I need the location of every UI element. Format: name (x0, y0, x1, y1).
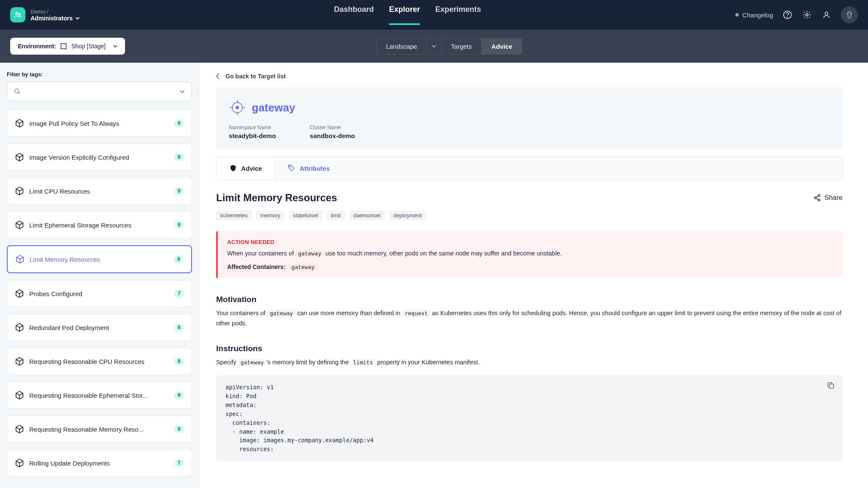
copy-icon (826, 381, 835, 390)
search-icon (14, 88, 21, 95)
sidebar-advice-item[interactable]: Limit CPU Resources9 (7, 177, 192, 205)
tab-advice-label: Advice (241, 165, 262, 172)
sidebar-advice-item[interactable]: Image Version Explicitly Configured9 (7, 144, 192, 171)
instructions-text: Specify gateway's memory limit by defini… (216, 358, 843, 368)
user-icon[interactable] (821, 10, 832, 20)
tag: limit (327, 211, 345, 220)
motivation-text: Your containers of gateway can use more … (216, 308, 843, 329)
svg-point-4 (806, 14, 808, 16)
page-title: gateway (252, 101, 295, 114)
nav-dashboard[interactable]: Dashboard (334, 5, 374, 25)
advice-item-label: Redundant Pod Deployment (29, 324, 169, 331)
advice-item-label: Limit Ephemeral Storage Resources (29, 222, 169, 229)
share-label: Share (824, 194, 843, 202)
svg-rect-6 (61, 44, 66, 49)
advice-item-label: Requesting Reasonable Memory Reso... (29, 426, 169, 433)
advice-item-count: 9 (174, 153, 184, 161)
cube-icon (15, 391, 24, 400)
advice-item-label: Limit Memory Resources (30, 256, 169, 263)
advice-item-count: 9 (174, 358, 184, 365)
advice-item-count: 9 (174, 255, 184, 263)
cube-icon (15, 186, 24, 196)
share-icon (813, 194, 821, 202)
seg-advice[interactable]: Advice (481, 38, 522, 55)
tag: daemonset (349, 211, 385, 220)
sidebar-advice-item[interactable]: Redundant Pod Deployment6 (7, 314, 192, 341)
sidebar-advice-item[interactable]: Limit Memory Resources9 (7, 245, 192, 273)
nav-experiments[interactable]: Experiments (435, 5, 481, 25)
advice-item-count: 7 (174, 290, 184, 297)
advice-item-label: Image Pull Policy Set To Always (29, 120, 169, 127)
tab-attributes[interactable]: Attributes (275, 157, 342, 180)
topbar-right: Changelog (735, 6, 858, 23)
sidebar: Filter by tags: Image Pull Policy Set To… (0, 63, 199, 488)
top-nav: Dashboard Explorer Experiments (80, 5, 736, 25)
seg-landscape-dropdown[interactable] (427, 38, 442, 55)
svg-point-1 (19, 13, 20, 15)
motivation-heading: Motivation (216, 295, 843, 304)
cube-icon (15, 119, 24, 128)
changelog-label: Changelog (742, 11, 773, 19)
topbar: Demo / Administrators Dashboard Explorer… (0, 0, 868, 30)
changelog-button[interactable]: Changelog (735, 11, 773, 19)
sidebar-advice-item[interactable]: Rolling Update Deployments7 (7, 449, 192, 477)
advice-item-count: 7 (174, 459, 184, 467)
seg-landscape[interactable]: Landscape (376, 38, 427, 55)
advice-item-label: Requesting Reasonable Ephemeral Stor... (29, 392, 169, 399)
help-icon[interactable] (782, 10, 793, 20)
svg-point-10 (289, 166, 290, 167)
filter-input[interactable] (7, 82, 192, 101)
code-content: apiVersion: v1 kind: Pod metadata: spec:… (225, 383, 833, 454)
cube-icon (15, 289, 24, 298)
tag: statefulset (289, 211, 322, 220)
brand[interactable]: Demo / Administrators (10, 7, 80, 22)
svg-point-3 (787, 17, 788, 17)
svg-point-7 (15, 89, 19, 93)
chevron-down-icon (432, 44, 436, 48)
advice-item-count: 9 (174, 391, 184, 399)
tag: deployment (389, 211, 426, 220)
avatar[interactable] (841, 6, 858, 23)
share-button[interactable]: Share (813, 194, 843, 202)
article: Limit Memory Resources Share kubernetesm… (216, 180, 843, 473)
alert-title: ACTION NEEDED (227, 239, 833, 245)
back-label: Go back to Target list (225, 73, 286, 80)
copy-button[interactable] (826, 381, 835, 390)
tag-list: kubernetesmemorystatefulsetlimitdaemonse… (216, 211, 843, 220)
seg-targets[interactable]: Targets (442, 38, 481, 55)
cube-icon (15, 220, 24, 230)
env-value: Shop [Stage] (71, 43, 106, 50)
view-segmented: Landscape Targets Advice (376, 38, 522, 55)
nav-explorer[interactable]: Explorer (389, 5, 420, 25)
chevron-down-icon (180, 89, 185, 94)
sidebar-advice-item[interactable]: Probes Configured7 (7, 280, 192, 307)
sidebar-advice-item[interactable]: Requesting Reasonable Memory Reso...9 (7, 416, 192, 443)
alert-body: When your containers of gateway use too … (227, 249, 833, 258)
tag-icon (288, 164, 295, 172)
sidebar-advice-item[interactable]: Limit Ephemeral Storage Resources9 (7, 211, 192, 238)
sidebar-advice-item[interactable]: Image Pull Policy Set To Always9 (7, 110, 192, 137)
tab-advice[interactable]: Advice (217, 157, 275, 180)
cube-icon (15, 152, 24, 162)
sidebar-advice-item[interactable]: Requesting Reasonable Ephemeral Stor...9 (7, 382, 192, 409)
advice-item-label: Probes Configured (29, 290, 169, 297)
breadcrumb-demo: Demo / (31, 8, 80, 15)
breadcrumb-admins[interactable]: Administrators (31, 15, 80, 22)
sidebar-advice-item[interactable]: Requesting Reasonable CPU Resources9 (7, 348, 192, 375)
advice-item-count: 9 (174, 221, 184, 229)
gear-icon[interactable] (802, 10, 812, 20)
cube-icon (15, 424, 24, 434)
env-label: Environment: (18, 43, 56, 50)
advice-item-label: Image Version Explicitly Configured (29, 154, 169, 161)
environment-selector[interactable]: Environment: Shop [Stage] (10, 38, 125, 55)
advice-item-count: 9 (174, 119, 184, 127)
namespace-label: Namespace Name (229, 125, 276, 130)
svg-point-9 (236, 106, 239, 109)
chevron-down-icon (113, 44, 117, 48)
namespace-value: steadybit-demo (229, 132, 276, 139)
chevron-left-icon (216, 73, 220, 79)
svg-rect-14 (829, 384, 834, 388)
svg-point-11 (818, 195, 821, 197)
advice-item-count: 9 (174, 425, 184, 433)
back-link[interactable]: Go back to Target list (216, 73, 843, 80)
